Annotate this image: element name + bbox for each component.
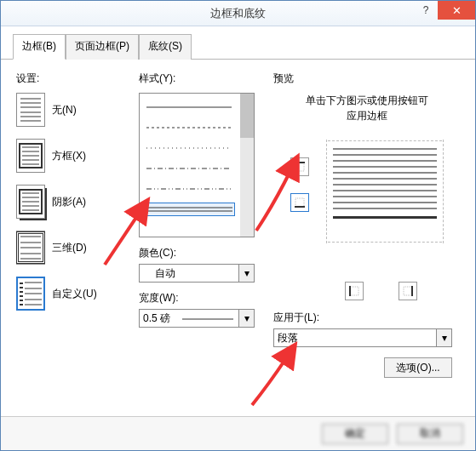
setting-label: 方框(X) (52, 149, 86, 163)
preview-hint: 单击下方图示或使用按钮可应用边框 (273, 93, 460, 123)
setting-shadow[interactable]: 阴影(A) (16, 185, 123, 219)
cancel-button[interactable]: 取消 (397, 424, 463, 444)
setting-box[interactable]: 方框(X) (16, 139, 123, 173)
applyto-title: 应用于(L): (273, 311, 460, 325)
svg-rect-12 (350, 287, 358, 295)
color-dropdown[interactable]: 自动 ▾ (139, 264, 255, 283)
tab-border[interactable]: 边框(B) (13, 34, 66, 60)
tab-shading[interactable]: 底纹(S) (139, 34, 192, 60)
width-title: 宽度(W): (139, 291, 258, 305)
setting-none[interactable]: 无(N) (16, 93, 123, 127)
chevron-down-icon: ▾ (436, 329, 451, 346)
setting-label: 三维(D) (52, 241, 87, 255)
ok-button[interactable]: 确定 (322, 424, 388, 444)
svg-rect-10 (295, 198, 304, 207)
setting-label: 无(N) (52, 103, 77, 117)
applyto-dropdown[interactable]: 段落 ▾ (273, 328, 452, 347)
help-button[interactable]: ? (414, 1, 438, 20)
color-title: 颜色(C): (139, 246, 258, 260)
chevron-down-icon: ▾ (238, 310, 254, 327)
tabs: 边框(B) 页面边框(P) 底纹(S) (1, 26, 475, 60)
chevron-down-icon: ▾ (238, 265, 254, 282)
dialog-title: 边框和底纹 (210, 6, 266, 21)
border-top-button[interactable] (290, 157, 309, 176)
border-right-button[interactable] (399, 282, 417, 300)
options-button[interactable]: 选项(O)... (384, 357, 452, 378)
close-button[interactable]: ✕ (438, 1, 475, 20)
svg-rect-8 (295, 163, 304, 171)
border-left-button[interactable] (345, 282, 364, 300)
setting-label: 自定义(U) (52, 287, 97, 301)
svg-rect-14 (404, 287, 412, 295)
settings-title: 设置: (16, 71, 123, 86)
preview-title: 预览 (273, 71, 460, 86)
border-bottom-button[interactable] (290, 193, 309, 212)
preview-diagram[interactable] (328, 140, 442, 243)
titlebar: 边框和底纹 ? ✕ (1, 1, 475, 26)
width-dropdown[interactable]: 0.5 磅 ▾ (139, 309, 255, 328)
tab-page-border[interactable]: 页面边框(P) (66, 34, 139, 60)
setting-label: 阴影(A) (52, 195, 86, 209)
setting-3d[interactable]: 三维(D) (16, 231, 123, 265)
style-listbox[interactable] (139, 93, 255, 237)
scrollbar[interactable] (240, 94, 254, 237)
style-title: 样式(Y): (139, 71, 258, 86)
setting-custom[interactable]: 自定义(U) (16, 277, 123, 311)
